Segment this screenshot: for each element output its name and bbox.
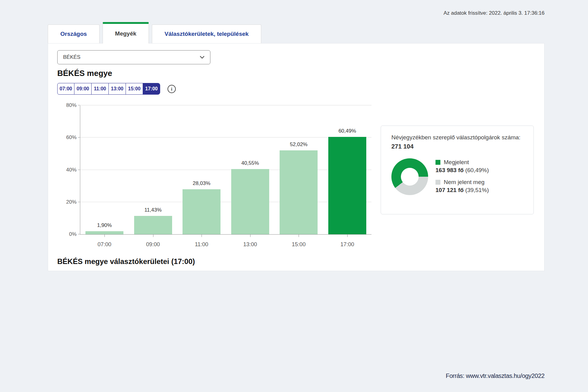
x-axis-tick-17-00 (347, 235, 348, 237)
legend-head-1: Nem jelent meg (435, 179, 489, 186)
y-axis-tick-60 (78, 137, 80, 138)
legend-swatch-icon-0 (435, 160, 440, 165)
legend-swatch-icon-1 (435, 180, 440, 185)
time-button-11-00[interactable]: 11:00 (92, 83, 109, 95)
time-button-09-00[interactable]: 09:00 (74, 83, 92, 95)
y-axis-label-20: 20% (59, 199, 77, 205)
time-button-07-00[interactable]: 07:00 (57, 83, 74, 95)
y-axis-tick-40 (78, 170, 80, 170)
bar-13-00 (231, 169, 269, 234)
summary-body: Megjelent163 983 fő (60,49%)Nem jelent m… (391, 158, 523, 195)
bar-slot-13-00: 40,55%13:00 (231, 105, 269, 234)
legend-label-0: Megjelent (444, 159, 469, 166)
legend-detail-1: 107 121 fő (39,51%) (435, 187, 489, 194)
y-axis-label-40: 40% (59, 167, 77, 173)
bar-07-00 (85, 231, 123, 234)
bar-slot-11-00: 28,03%11:00 (183, 105, 221, 234)
legend-pct-1: (39,51%) (464, 187, 489, 193)
y-axis-tick-80 (78, 105, 80, 105)
bar-value-15-00: 52,02% (290, 141, 308, 148)
legend-item-1: Nem jelent meg107 121 fő (39,51%) (435, 179, 489, 194)
content-card: BÉKÉS BÉKÉS megye 07:0009:0011:0013:0015… (48, 43, 545, 271)
bar-value-11-00: 28,03% (193, 180, 210, 187)
time-button-group: 07:0009:0011:0013:0015:0017:00 (57, 83, 160, 95)
bar-11-00 (183, 189, 221, 235)
tab-valasztokeruletek-label: Választókerületek, települések (164, 31, 249, 37)
chevron-down-icon (199, 54, 205, 60)
x-axis-tick-11-00 (202, 235, 202, 237)
info-icon[interactable]: i (168, 85, 176, 93)
y-axis-label-60: 60% (59, 134, 77, 141)
bar-09-00 (134, 216, 172, 234)
time-button-15-00[interactable]: 15:00 (126, 83, 143, 95)
bar-slot-07-00: 1,90%07:00 (85, 105, 123, 234)
page: Az adatok frissítve: 2022. április 3. 17… (0, 0, 588, 392)
y-axis-tick-20 (78, 202, 80, 202)
time-row: 07:0009:0011:0013:0015:0017:00 i (57, 83, 176, 95)
source-text: Forrás: www.vtr.valasztas.hu/ogy2022 (446, 372, 545, 379)
bars-container: 1,90%07:0011,43%09:0028,03%11:0040,55%13… (80, 105, 371, 234)
districts-section-title: BÉKÉS megye választókerületei (17:00) (57, 257, 195, 266)
x-axis-tick-13-00 (250, 235, 251, 237)
bar-value-17-00: 60,49% (338, 128, 356, 134)
y-axis-label-0: 0% (59, 231, 77, 237)
x-axis-tick-09-00 (153, 235, 153, 237)
bar-15-00 (280, 150, 318, 234)
bar-slot-17-00: 60,49%17:00 (328, 105, 366, 234)
donut-legend: Megjelent163 983 fő (60,49%)Nem jelent m… (435, 158, 489, 194)
x-axis-tick-07-00 (104, 235, 105, 237)
legend-pct-0: (60,49%) (464, 167, 489, 173)
y-axis-tick-0 (78, 234, 80, 234)
legend-head-0: Megjelent (435, 159, 489, 166)
legend-label-1: Nem jelent meg (444, 179, 484, 186)
summary-title: Névjegyzékben szereplő választópolgárok … (391, 134, 523, 141)
last-updated-text: Az adatok frissítve: 2022. április 3. 17… (443, 10, 545, 16)
bar-value-13-00: 40,55% (241, 160, 259, 166)
summary-panel: Névjegyzékben szereplő választópolgárok … (381, 126, 534, 214)
x-axis-tick-15-00 (299, 235, 299, 237)
x-axis-label-13-00: 13:00 (243, 241, 257, 248)
page-title: BÉKÉS megye (57, 69, 112, 78)
tabs: OrszágosMegyékVálasztókerületek, települ… (48, 22, 261, 43)
legend-value-0: 163 983 fő (435, 167, 464, 173)
bar-slot-15-00: 52,02%15:00 (280, 105, 318, 234)
x-axis-label-09-00: 09:00 (146, 241, 160, 248)
tab-valasztokeruletek[interactable]: Választókerületek, települések (152, 24, 261, 43)
turnout-donut-chart (391, 158, 428, 195)
time-button-13-00[interactable]: 13:00 (109, 83, 126, 95)
tab-megyek[interactable]: Megyék (103, 22, 149, 43)
x-axis-label-17-00: 17:00 (340, 241, 354, 248)
summary-total: 271 104 (391, 143, 523, 150)
bar-value-07-00: 1,90% (97, 222, 112, 228)
bar-17-00 (328, 137, 366, 234)
time-button-17-00[interactable]: 17:00 (143, 83, 160, 95)
tab-orszagos[interactable]: Országos (48, 24, 100, 43)
legend-item-0: Megjelent163 983 fő (60,49%) (435, 159, 489, 174)
legend-detail-0: 163 983 fő (60,49%) (435, 167, 489, 174)
tab-orszagos-label: Országos (60, 31, 87, 37)
y-axis-label-80: 80% (59, 102, 77, 108)
bar-chart-plot: 0%20%40%60%80%1,90%07:0011,43%09:0028,03… (80, 105, 371, 235)
bar-slot-09-00: 11,43%09:00 (134, 105, 172, 234)
bar-value-09-00: 11,43% (144, 207, 161, 213)
tab-megyek-label: Megyék (115, 30, 137, 37)
county-select[interactable]: BÉKÉS (57, 50, 210, 64)
legend-value-1: 107 121 fő (435, 187, 464, 193)
county-select-value: BÉKÉS (63, 54, 81, 60)
x-axis-label-15-00: 15:00 (292, 241, 306, 248)
x-axis-label-11-00: 11:00 (195, 241, 208, 248)
x-axis-label-07-00: 07:00 (97, 241, 111, 248)
